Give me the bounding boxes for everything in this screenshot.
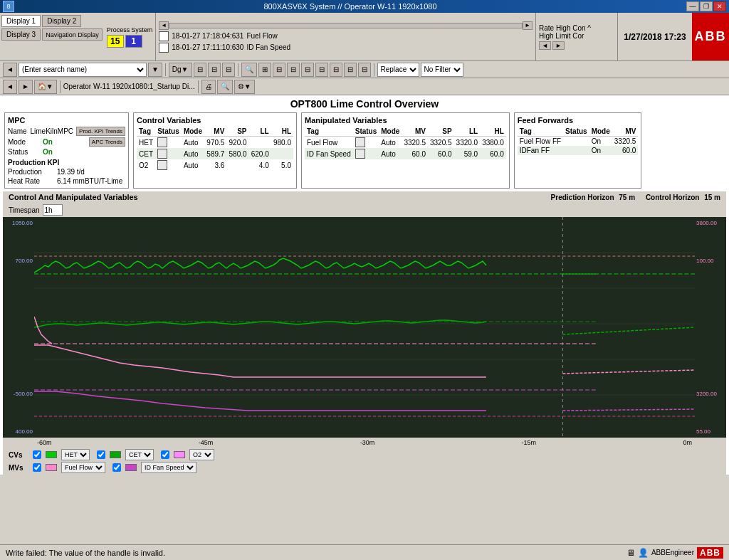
- search-icon-btn[interactable]: 🔍: [241, 63, 257, 77]
- replace-select[interactable]: Replace: [377, 63, 419, 77]
- toolbar-btn-1[interactable]: Dg▼: [169, 63, 192, 77]
- page-title: OPT800 Lime Control Overview: [0, 95, 729, 112]
- settings-icon-btn[interactable]: ⚙▼: [234, 80, 255, 94]
- datetime-display: 1/27/2018 17:23: [617, 13, 692, 60]
- back-nav-btn[interactable]: ◄: [3, 63, 17, 77]
- mv-legend-row: MVs Fuel Flow ID Fan Speed: [9, 462, 720, 473]
- back-btn[interactable]: ◄: [3, 80, 17, 94]
- idfs-legend-select[interactable]: ID Fan Speed: [141, 462, 196, 473]
- ff-idfan-tag: IDFan FF: [518, 146, 563, 155]
- idfs-check[interactable]: [112, 463, 121, 472]
- separator-5: [198, 80, 199, 93]
- mv-idfs-tag: ID Fan Speed: [305, 148, 353, 159]
- mv-col-hl: HL: [480, 127, 506, 137]
- mv-ff-tag: Fuel Flow: [305, 137, 353, 149]
- close-button[interactable]: ✕: [713, 1, 726, 11]
- filter-select[interactable]: No Filter: [421, 63, 463, 77]
- ff-panel: Feed Forwards Tag Status Mode MV Fuel Fl…: [514, 112, 642, 189]
- chart-section: Control And Manipulated Variables Predic…: [3, 191, 726, 475]
- display3-tab[interactable]: Display 3: [1, 28, 41, 41]
- ff-col-mode: Mode: [589, 127, 612, 137]
- cv-o2-sp: [226, 159, 248, 171]
- zoom-btn[interactable]: 🔍: [217, 80, 233, 94]
- het-check[interactable]: [33, 450, 41, 459]
- search-dropdown-btn[interactable]: ▼: [148, 63, 162, 77]
- timespan-row: Timespan: [3, 203, 726, 217]
- toolbar-icon-5[interactable]: ⊟: [315, 63, 328, 77]
- prod-kpi-btn[interactable]: Prod. KPI Trends: [76, 127, 125, 136]
- mv-idfs-mode: Auto: [379, 148, 402, 159]
- top-bar: Display 1 Display 2 Display 3 Navigation…: [0, 13, 729, 61]
- rate-next-btn[interactable]: ►: [552, 41, 565, 50]
- mv-idfs-ll: 59.0: [454, 148, 481, 159]
- mv-idfs-status: [353, 148, 379, 159]
- separator-4: [60, 80, 61, 93]
- scroll-left-btn[interactable]: ◄ ►: [159, 21, 533, 30]
- cet-select[interactable]: CET: [125, 449, 154, 460]
- toolbar-icon-8[interactable]: ⊟: [358, 63, 371, 77]
- ff-legend-select[interactable]: Fuel Flow: [61, 462, 105, 473]
- display1-tab[interactable]: Display 1: [1, 15, 41, 27]
- abb-logo: ABB: [692, 13, 729, 60]
- search-select[interactable]: (Enter search name): [19, 63, 147, 77]
- cv-col-mode: Mode: [182, 127, 204, 137]
- cv-o2-mv: 3.6: [204, 159, 226, 171]
- x-label-60: -60m: [37, 439, 52, 446]
- rate-prev-btn[interactable]: ◄: [539, 41, 551, 50]
- o2-check[interactable]: [161, 450, 169, 459]
- main-content: OPT800 Lime Control Overview MPC Name Li…: [0, 95, 729, 475]
- minimize-button[interactable]: —: [686, 1, 699, 11]
- msg-timestamp-1: 18-01-27 17:18:04:631: [172, 32, 243, 40]
- chart-svg-wrapper: [34, 217, 695, 438]
- apc-trends-btn[interactable]: APC Trends: [89, 137, 125, 147]
- cv-row-o2: O2 Auto 3.6 4.0 5.0: [137, 159, 293, 171]
- mv-ff-hl: 3380.0: [480, 137, 506, 149]
- timespan-input[interactable]: [43, 204, 63, 216]
- username: ABBEngineer: [651, 549, 694, 556]
- msg-timestamp-2: 18-01-27 17:11:10:630: [172, 43, 243, 51]
- mv-row-fuelflow: Fuel Flow Auto 3320.5 3320.5 3320.0 3380…: [305, 137, 506, 149]
- toolbar-icon-4[interactable]: ⊟: [301, 63, 314, 77]
- mv-col-mv: MV: [402, 127, 428, 137]
- nav-display-tab[interactable]: Navigation Display: [42, 28, 103, 41]
- home-btn[interactable]: 🏠▼: [34, 80, 57, 94]
- het-select[interactable]: HET: [61, 449, 90, 460]
- ff-idfan-mv: 60.0: [612, 146, 639, 155]
- toolbar-icon-7[interactable]: ⊟: [344, 63, 357, 77]
- window-title: 800XASV6X System // Operator W-11 1920x1…: [14, 2, 686, 11]
- x-axis-labels: -60m -45m -30m -15m 0m: [3, 438, 726, 448]
- toolbar-icon-2[interactable]: ⊟: [273, 63, 285, 77]
- heat-rate-label: Heat Rate: [8, 177, 54, 185]
- toolbar-icon-1[interactable]: ⊞: [258, 63, 271, 77]
- rate-high-con: Rate High Con ^: [539, 24, 614, 32]
- o2-select[interactable]: O2: [189, 449, 214, 460]
- ff-check[interactable]: [33, 463, 41, 472]
- panels-row: MPC Name LimeKilnMPC Prod. KPI Trends Mo…: [0, 112, 729, 191]
- cv-het-mode: Auto: [182, 137, 204, 149]
- toolbar-btn-4[interactable]: ⊟: [222, 63, 235, 77]
- toolbar2: ◄ (Enter search name) ▼ Dg▼ ⊟ ⊟ ⊟ 🔍 ⊞ ⊟ …: [0, 61, 729, 78]
- display2-tab[interactable]: Display 2: [42, 15, 81, 27]
- x-label-30: -30m: [360, 439, 375, 446]
- print-btn[interactable]: 🖨: [201, 80, 216, 94]
- cv-cet-ll: 620.0: [249, 148, 271, 159]
- toolbar-btn-2[interactable]: ⊟: [194, 63, 206, 77]
- restore-button[interactable]: ❐: [700, 1, 713, 11]
- toolbar-btn-3[interactable]: ⊟: [208, 63, 221, 77]
- mv-col-mode: Mode: [379, 127, 402, 137]
- cet-check[interactable]: [97, 450, 105, 459]
- rate-section: Rate High Con ^ High Limit Cor ◄ ►: [535, 13, 617, 60]
- mpc-title: MPC: [8, 116, 125, 125]
- window-controls: — ❐ ✕: [686, 1, 726, 11]
- process-label: Process: [107, 26, 130, 33]
- o2-color-swatch: [174, 451, 185, 458]
- forward-btn[interactable]: ►: [19, 80, 33, 94]
- mv-row-idfs: ID Fan Speed Auto 60.0 60.0 59.0 60.0: [305, 148, 506, 159]
- ff-table: Tag Status Mode MV Fuel Flow FF On 3320.…: [518, 127, 639, 155]
- toolbar-icon-6[interactable]: ⊟: [330, 63, 342, 77]
- pred-horizon-label: Prediction Horizon: [551, 194, 614, 201]
- toolbar-icon-3[interactable]: ⊟: [287, 63, 300, 77]
- mv-col-ll: LL: [454, 127, 481, 137]
- monitor-icon: 🖥: [626, 548, 635, 558]
- cv-o2-tag: O2: [137, 159, 155, 171]
